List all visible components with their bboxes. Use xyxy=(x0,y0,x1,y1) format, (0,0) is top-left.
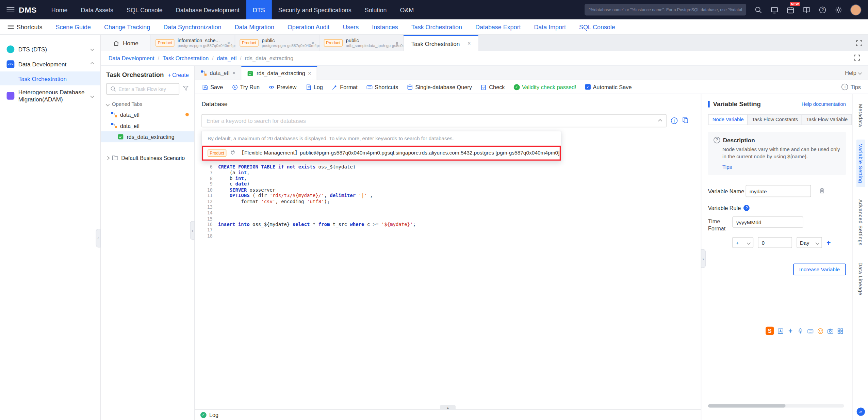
code-line[interactable]: 9 c date) xyxy=(201,181,694,187)
database-search-input[interactable] xyxy=(207,118,655,124)
topnav-item-sql-console[interactable]: SQL Console xyxy=(120,0,169,19)
shortcuts-toggle[interactable]: Shortcuts xyxy=(8,23,43,30)
sidebar-item-task-orchestration[interactable]: Task Orchestration xyxy=(0,71,100,85)
tree-item-rds-data-extracting[interactable]: rds_data_extracting xyxy=(101,131,194,143)
node-tab-rds-data-extracting[interactable]: rds_data_extracting × xyxy=(242,66,317,80)
sidebar-item-adam[interactable]: Heterogeneous Database Migration(ADAM) xyxy=(0,85,100,107)
subnav-users[interactable]: Users xyxy=(343,23,359,30)
help-icon[interactable]: ? xyxy=(818,5,827,14)
code-line[interactable]: 13 xyxy=(201,204,694,210)
code-line[interactable]: 14 xyxy=(201,210,694,216)
scrollbar-thumb[interactable] xyxy=(708,404,786,408)
close-icon[interactable]: × xyxy=(308,70,311,76)
tree-item-data-etl-2[interactable]: data_etl xyxy=(101,120,194,131)
subnav-data-import[interactable]: Data Import xyxy=(534,23,566,30)
collapse-panel-button[interactable]: « xyxy=(856,407,865,416)
subnav-operation-audit[interactable]: Operation Audit xyxy=(288,23,329,30)
breadcrumb-data-development[interactable]: Data Development xyxy=(109,55,154,61)
emoji-icon[interactable] xyxy=(817,327,824,334)
node-tab-data-etl[interactable]: data_etl × xyxy=(195,66,242,80)
help-documentation-link[interactable]: Help documentation xyxy=(802,101,846,107)
subnav-change-tracking[interactable]: Change Tracking xyxy=(104,23,150,30)
code-line[interactable]: 6CREATE FOREIGN TABLE if not exists oss_… xyxy=(201,164,694,170)
question-icon[interactable]: ? xyxy=(743,205,750,211)
strip-tab-advanced-settings[interactable]: Advanced Settings xyxy=(856,195,865,250)
toolbox-icon[interactable] xyxy=(837,327,844,334)
default-business-scenario[interactable]: Default Business Scenario xyxy=(101,152,194,163)
sidebar-collapse-handle[interactable]: ‹ xyxy=(96,229,101,247)
copy-icon[interactable] xyxy=(682,117,689,125)
code-line[interactable]: 15 xyxy=(201,216,694,222)
close-icon[interactable]: × xyxy=(227,40,230,46)
keyboard-icon[interactable] xyxy=(807,327,814,334)
sidebar-item-data-development[interactable]: </> Data Development xyxy=(0,56,100,71)
code-line[interactable]: 10 SERVER ossserver xyxy=(201,187,694,193)
subnav-task-orchestration[interactable]: Task Orchestration xyxy=(411,23,462,30)
log-bar-label[interactable]: Log xyxy=(209,412,218,418)
time-format-input[interactable] xyxy=(732,216,803,228)
task-flow-search[interactable] xyxy=(106,83,179,95)
preview-button[interactable]: Preview xyxy=(268,84,296,90)
check-button[interactable]: Check xyxy=(481,84,505,90)
info-icon[interactable]: i xyxy=(671,117,678,124)
shortcuts-button[interactable]: Shortcuts xyxy=(366,84,398,90)
language-icon[interactable] xyxy=(777,327,784,334)
single-database-query-button[interactable]: Single-database Query xyxy=(407,84,472,90)
handwriting-icon[interactable] xyxy=(787,327,794,334)
calendar-icon[interactable]: NEW xyxy=(786,5,795,14)
tab-home[interactable]: Home xyxy=(101,35,151,51)
tab-task-orchestration[interactable]: Task Orchestration × xyxy=(404,35,478,51)
subnav-data-synchronization[interactable]: Data Synchronization xyxy=(163,23,221,30)
global-search-input[interactable] xyxy=(589,7,742,12)
close-icon[interactable]: × xyxy=(311,40,315,46)
trash-icon[interactable] xyxy=(819,187,825,195)
format-button[interactable]: Format xyxy=(332,84,358,90)
breadcrumb-task-orchestration[interactable]: Task Orchestration xyxy=(163,55,209,61)
docs-icon[interactable] xyxy=(802,5,811,14)
sidebar-item-dts[interactable]: DTS (DTS) xyxy=(0,42,100,56)
code-line[interactable]: 18 xyxy=(201,233,694,239)
task-flow-search-input[interactable] xyxy=(118,86,176,92)
unit-select[interactable]: Day xyxy=(797,237,822,248)
topnav-item-dts[interactable]: DTS xyxy=(246,0,272,19)
user-avatar[interactable] xyxy=(850,4,862,15)
horizontal-scrollbar[interactable] xyxy=(708,404,844,408)
add-rule-button[interactable]: + xyxy=(826,239,831,246)
tab-product-1[interactable]: Product information_sche... postgres:pgm… xyxy=(151,35,235,51)
operator-select[interactable]: + xyxy=(732,237,753,248)
varpanel-collapse-handle[interactable]: › xyxy=(701,249,706,268)
code-line[interactable]: 8 b int, xyxy=(201,175,694,181)
tab-node-variable[interactable]: Node Variable xyxy=(708,114,748,125)
breadcrumb-data-etl[interactable]: data_etl xyxy=(217,55,236,61)
fullscreen-icon[interactable] xyxy=(854,54,861,62)
code-line[interactable]: 7 (a int, xyxy=(201,169,694,175)
tab-task-flow-constants[interactable]: Task Flow Constants xyxy=(748,114,802,125)
close-icon[interactable]: × xyxy=(395,40,399,46)
subnav-database-export[interactable]: Database Export xyxy=(475,23,521,30)
taskpanel-collapse-handle[interactable]: ‹ xyxy=(190,221,195,240)
tab-product-3[interactable]: Product public adb_sampledata_tpch:gp-gs… xyxy=(320,35,404,51)
try-run-button[interactable]: Try Run xyxy=(232,84,260,90)
opened-tabs-toggle[interactable]: Opened Tabs xyxy=(101,95,194,109)
sogou-logo-icon[interactable]: S xyxy=(766,327,774,335)
subnav-instances[interactable]: Instances xyxy=(372,23,398,30)
strip-tab-data-lineage[interactable]: Data Lineage xyxy=(856,258,865,300)
subnav-scene-guide[interactable]: Scene Guide xyxy=(55,23,91,30)
offset-input[interactable] xyxy=(758,237,792,248)
code-line[interactable]: 17 xyxy=(201,227,694,233)
tips-button[interactable]: i Tips xyxy=(842,84,861,91)
close-icon[interactable]: × xyxy=(468,41,471,46)
strip-tab-variable-setting[interactable]: Variable Setting xyxy=(856,139,865,187)
topnav-item-data-assets[interactable]: Data Assets xyxy=(74,0,120,19)
mic-icon[interactable] xyxy=(797,327,804,334)
database-select[interactable] xyxy=(201,114,667,127)
topnav-item-om[interactable]: O&M xyxy=(393,0,421,19)
settings-gear-icon[interactable] xyxy=(834,5,843,14)
console-icon[interactable] xyxy=(770,5,779,14)
topnav-item-home[interactable]: Home xyxy=(45,0,74,19)
code-line[interactable]: 11 OPTIONS ( dir 'rds/t3/${mydate}/', de… xyxy=(201,193,694,198)
tab-task-flow-variable[interactable]: Task Flow Variable xyxy=(802,114,852,125)
screenshot-icon[interactable] xyxy=(827,327,834,334)
automatic-save-checkbox[interactable]: ✓ Automatic Save xyxy=(585,84,632,90)
filter-icon[interactable] xyxy=(183,85,189,93)
